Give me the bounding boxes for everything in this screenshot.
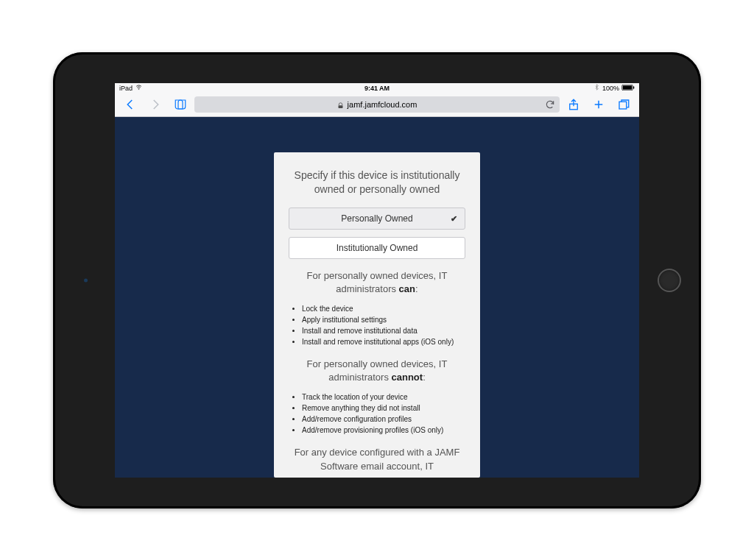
list-item: Apply institutional settings [302, 314, 465, 325]
list-item: Add/remove configuration profiles [302, 414, 465, 425]
page-content: Specify if this device is institutionall… [115, 117, 639, 478]
list-item: Install and remove institutional data [302, 325, 465, 336]
share-button[interactable] [563, 94, 585, 115]
battery-percentage-label: 100% [602, 85, 619, 92]
list-item: Remove anything they did not install [302, 403, 465, 414]
list-item: Add/remove provisioning profiles (iOS on… [302, 425, 465, 436]
url-text: jamf.jamfcloud.com [348, 100, 417, 109]
bluetooth-icon [593, 84, 600, 92]
home-button[interactable] [658, 269, 681, 292]
camera-icon [84, 278, 88, 282]
cannot-heading: For personally owned devices, IT adminis… [289, 358, 465, 384]
clock-label: 9:41 AM [291, 85, 462, 92]
carrier-label: iPad [119, 85, 133, 92]
enrollment-card: Specify if this device is institutionall… [274, 152, 480, 478]
url-bar[interactable]: jamf.jamfcloud.com [194, 96, 560, 113]
battery-icon [621, 85, 635, 92]
safari-toolbar: jamf.jamfcloud.com [115, 93, 639, 117]
list-item: Install and remove institutional apps (i… [302, 336, 465, 347]
cannot-list: Track the location of your device Remove… [289, 391, 465, 436]
card-heading: Specify if this device is institutionall… [289, 169, 465, 197]
svg-rect-2 [633, 86, 634, 88]
tabs-button[interactable] [613, 94, 635, 115]
svg-rect-5 [619, 102, 627, 109]
list-item: Track the location of your device [302, 391, 465, 403]
svg-rect-1 [623, 85, 633, 89]
option-label: Personally Owned [341, 213, 412, 224]
new-tab-button[interactable] [588, 94, 610, 115]
option-institutionally-owned[interactable]: Institutionally Owned [289, 237, 465, 259]
wifi-icon [135, 84, 142, 92]
check-icon: ✔ [451, 208, 457, 229]
list-item: Lock the device [302, 303, 465, 314]
svg-rect-3 [338, 105, 342, 108]
back-button[interactable] [119, 94, 141, 115]
reload-icon[interactable] [545, 99, 555, 110]
lock-icon [337, 102, 344, 108]
option-personally-owned[interactable]: Personally Owned ✔ [289, 208, 465, 230]
bookmarks-button[interactable] [169, 94, 191, 115]
can-heading: For personally owned devices, IT adminis… [289, 269, 465, 296]
ipad-screen: iPad 9:41 AM 100% [115, 83, 639, 478]
email-note: For any device configured with a JAMF So… [289, 446, 465, 472]
option-label: Institutionally Owned [337, 243, 418, 253]
ipad-device-frame: iPad 9:41 AM 100% [53, 52, 701, 508]
forward-button[interactable] [144, 94, 166, 115]
can-list: Lock the device Apply institutional sett… [289, 303, 465, 347]
ios-statusbar: iPad 9:41 AM 100% [115, 83, 639, 93]
